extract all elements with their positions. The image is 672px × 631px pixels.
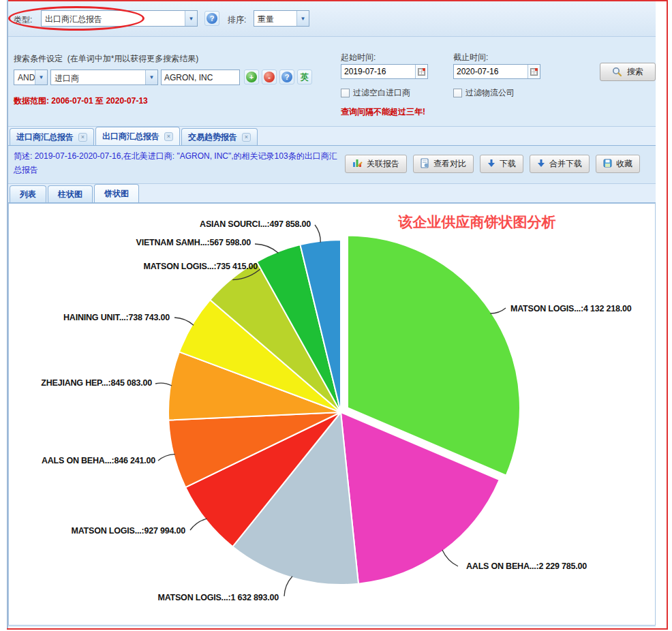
data-range-note: 数据范围: 2006-07-01 至 2020-07-13 bbox=[14, 95, 148, 107]
sort-select[interactable]: 重量 ▼ bbox=[254, 10, 309, 27]
pie-leader-line bbox=[442, 550, 458, 566]
chevron-down-icon[interactable]: ▼ bbox=[35, 70, 47, 84]
pie-leader-line bbox=[315, 225, 320, 243]
action-button-4[interactable]: 收藏 bbox=[596, 155, 640, 173]
end-time-label: 截止时间: bbox=[453, 52, 488, 63]
pie-leader-line bbox=[255, 244, 278, 253]
report-tab-1[interactable]: 出口商汇总报告× bbox=[95, 127, 180, 145]
report-tab-0[interactable]: 进口商汇总报告× bbox=[10, 128, 94, 145]
save-disk-icon bbox=[603, 159, 612, 170]
action-button-2[interactable]: 下载 bbox=[480, 155, 523, 173]
plus-icon: + bbox=[246, 72, 257, 82]
bar-chart-icon bbox=[352, 158, 363, 170]
report-tab-label: 进口商汇总报告 bbox=[16, 132, 74, 143]
pie-chart-panel: MATSON LOGIS...:4 132 218.00AALS ON BEHA… bbox=[8, 203, 656, 626]
sort-value: 重量 bbox=[254, 11, 296, 26]
view-tab-label: 柱状图 bbox=[58, 189, 82, 200]
pie-slice-label-3: MATSON LOGIS...:927 994.00 bbox=[71, 526, 185, 536]
pie-leader-line bbox=[190, 519, 207, 530]
report-tab-label: 交易趋势报告 bbox=[188, 132, 237, 143]
pie-slice-label-9: ASIAN SOURCI...:497 858.00 bbox=[200, 219, 311, 229]
action-button-3[interactable]: 合并下载 bbox=[530, 155, 590, 173]
filter-blank-importer-label: 过滤空白进口商 bbox=[353, 87, 410, 99]
pie-slice-label-1: AALS ON BEHA...:2 229 785.00 bbox=[466, 561, 587, 571]
report-tabstrip: 进口商汇总报告×出口商汇总报告×交易趋势报告× bbox=[8, 127, 656, 146]
filter-logistics-label: 过滤物流公司 bbox=[465, 87, 515, 99]
minus-icon: - bbox=[264, 72, 275, 82]
filter-blank-importer-checkbox[interactable]: 过滤空白进口商 bbox=[341, 87, 410, 99]
magnifier-icon bbox=[612, 67, 622, 77]
view-tab-0[interactable]: 列表 bbox=[10, 185, 46, 202]
view-tab-1[interactable]: 柱状图 bbox=[48, 185, 93, 202]
action-button-label: 收藏 bbox=[616, 158, 632, 170]
type-help-button[interactable]: ? bbox=[204, 11, 219, 26]
help-icon: ? bbox=[281, 72, 292, 82]
english-toggle-button[interactable]: 英 bbox=[297, 70, 312, 84]
remove-condition-button[interactable]: - bbox=[262, 70, 277, 84]
english-label: 英 bbox=[301, 72, 309, 83]
main-content: 类型: 出口商汇总报告 ▼ ? 排序: 重量 ▼ 搜索条件设定 (在单词中加*用… bbox=[8, 1, 656, 627]
pie-leader-line bbox=[490, 308, 506, 313]
report-type-value: 出口商汇总报告 bbox=[42, 11, 185, 26]
end-date-field[interactable] bbox=[453, 64, 540, 79]
calendar-icon[interactable] bbox=[415, 65, 427, 78]
report-tab-2[interactable]: 交易趋势报告× bbox=[181, 128, 258, 145]
pie-leader-line bbox=[158, 455, 175, 461]
end-date-input[interactable] bbox=[454, 65, 528, 78]
checkbox-icon[interactable] bbox=[341, 89, 350, 97]
search-field-select[interactable]: 进口商 ▼ bbox=[50, 70, 158, 85]
pie-slice-label-7: MATSON LOGIS...:735 415.00 bbox=[143, 262, 258, 271]
chevron-down-icon[interactable]: ▼ bbox=[296, 11, 309, 26]
chevron-down-icon[interactable]: ▼ bbox=[145, 70, 157, 84]
report-summary: 简述: 2019-07-16-2020-07-16,在北美进口商: "AGRON… bbox=[14, 150, 339, 177]
pie-slice-label-2: MATSON LOGIS...:1 632 893.00 bbox=[157, 593, 279, 602]
start-time-label: 起始时间: bbox=[341, 52, 376, 63]
keyword-input[interactable] bbox=[161, 70, 240, 85]
action-buttons: 关联报告查看对比下载合并下载收藏 bbox=[345, 155, 640, 173]
supplier-pie-chart: MATSON LOGIS...:4 132 218.00AALS ON BEHA… bbox=[9, 204, 655, 625]
help-icon: ? bbox=[207, 13, 217, 24]
document-compare-icon bbox=[421, 158, 429, 170]
search-button[interactable]: 搜索 bbox=[600, 63, 656, 81]
search-conditions-title: 搜索条件设定 (在单词中加*用以获得更多搜索结果) bbox=[14, 53, 198, 65]
view-tab-label: 列表 bbox=[20, 189, 36, 200]
annotation-border-right bbox=[667, 0, 668, 630]
action-button-label: 查看对比 bbox=[433, 158, 466, 170]
summary-panel: 简述: 2019-07-16-2020-07-16,在北美进口商: "AGRON… bbox=[8, 146, 656, 184]
view-tab-2[interactable]: 饼状图 bbox=[94, 184, 139, 202]
action-button-0[interactable]: 关联报告 bbox=[345, 155, 407, 173]
search-hint-text: (在单词中加*用以获得更多搜索结果) bbox=[67, 54, 199, 63]
action-button-label: 下载 bbox=[500, 158, 516, 170]
pie-slice-label-0: MATSON LOGIS...:4 132 218.00 bbox=[510, 304, 632, 313]
close-icon[interactable]: × bbox=[78, 133, 87, 142]
close-icon[interactable]: × bbox=[242, 133, 251, 142]
search-button-label: 搜索 bbox=[627, 66, 643, 78]
add-condition-button[interactable]: + bbox=[244, 70, 259, 84]
search-conditions-panel: 搜索条件设定 (在单词中加*用以获得更多搜索结果) AND ▼ 进口商 ▼ + … bbox=[8, 37, 656, 127]
start-date-input[interactable] bbox=[341, 65, 415, 78]
sort-label: 排序: bbox=[228, 14, 246, 26]
pie-slice-label-8: VIETNAM SAMH...:567 598.00 bbox=[136, 238, 251, 247]
condition-help-button[interactable]: ? bbox=[279, 70, 294, 84]
boolean-operator-value: AND bbox=[14, 70, 35, 84]
pie-leader-line bbox=[284, 576, 292, 596]
type-toolbar: 类型: 出口商汇总报告 ▼ ? 排序: 重量 ▼ bbox=[8, 1, 656, 37]
download-arrow-icon bbox=[537, 159, 545, 170]
action-button-1[interactable]: 查看对比 bbox=[413, 155, 474, 173]
chevron-down-icon[interactable]: ▼ bbox=[185, 11, 197, 26]
action-button-label: 关联报告 bbox=[367, 158, 399, 170]
close-icon[interactable]: × bbox=[164, 132, 173, 141]
view-tabstrip: 列表柱状图饼状图 bbox=[8, 184, 656, 203]
view-tab-label: 饼状图 bbox=[104, 188, 129, 200]
pie-leader-line bbox=[155, 383, 172, 386]
type-label: 类型: bbox=[14, 14, 32, 26]
calendar-icon[interactable] bbox=[528, 65, 540, 78]
app-window: 类型: 出口商汇总报告 ▼ ? 排序: 重量 ▼ 搜索条件设定 (在单词中加*用… bbox=[0, 0, 672, 631]
checkbox-icon[interactable] bbox=[453, 89, 462, 97]
filter-logistics-checkbox[interactable]: 过滤物流公司 bbox=[453, 87, 515, 99]
report-type-select[interactable]: 出口商汇总报告 ▼ bbox=[41, 10, 198, 27]
boolean-operator-select[interactable]: AND ▼ bbox=[14, 70, 48, 85]
start-date-field[interactable] bbox=[341, 64, 428, 79]
search-field-value: 进口商 bbox=[51, 70, 145, 84]
pie-leader-line bbox=[174, 318, 194, 325]
